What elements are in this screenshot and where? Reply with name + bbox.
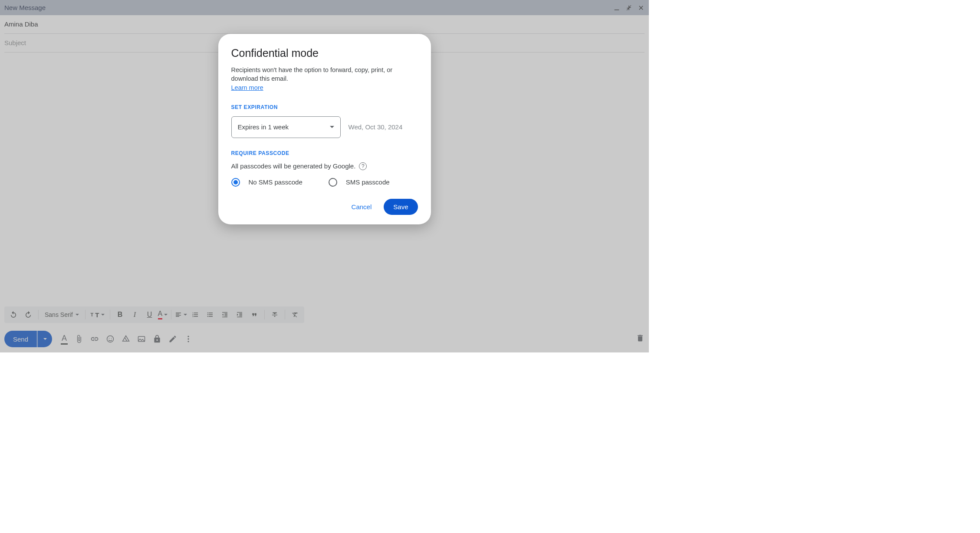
set-expiration-label: SET EXPIRATION xyxy=(231,104,418,110)
radio-input-checked xyxy=(231,178,240,187)
cancel-button[interactable]: Cancel xyxy=(344,199,380,215)
dialog-title: Confidential mode xyxy=(231,47,418,59)
chevron-down-icon xyxy=(330,126,334,128)
confidential-mode-dialog: Confidential mode Recipients won't have … xyxy=(218,34,431,224)
require-passcode-label: REQUIRE PASSCODE xyxy=(231,150,418,156)
radio-no-sms[interactable]: No SMS passcode xyxy=(231,178,303,187)
passcode-note: All passcodes will be generated by Googl… xyxy=(231,162,418,170)
dialog-description: Recipients won't have the option to forw… xyxy=(231,66,418,92)
learn-more-link[interactable]: Learn more xyxy=(231,84,263,91)
radio-input-unchecked xyxy=(329,178,337,187)
help-icon[interactable]: ? xyxy=(359,162,367,170)
expiration-date: Wed, Oct 30, 2024 xyxy=(349,123,403,131)
radio-sms[interactable]: SMS passcode xyxy=(329,178,390,187)
expiration-selected-value: Expires in 1 week xyxy=(238,123,289,131)
expiration-select[interactable]: Expires in 1 week xyxy=(231,116,341,138)
save-button[interactable]: Save xyxy=(384,199,418,215)
